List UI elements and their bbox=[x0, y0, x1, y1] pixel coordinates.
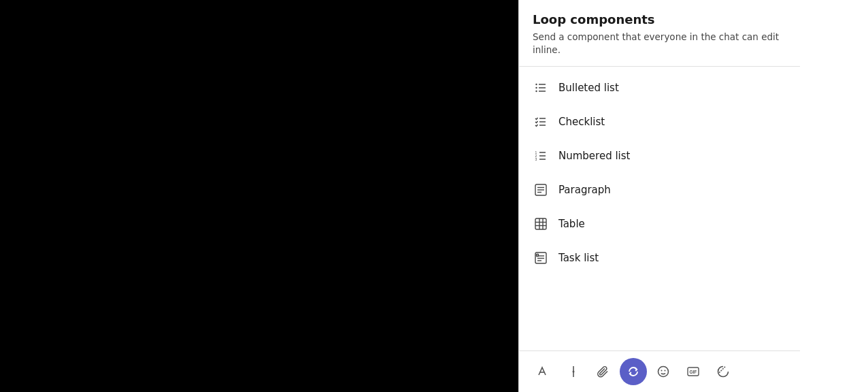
bulleted-list-label: Bulleted list bbox=[558, 82, 619, 94]
svg-text:GIF: GIF bbox=[690, 370, 697, 374]
sticker-button[interactable] bbox=[710, 358, 737, 385]
panel-title: Loop components bbox=[533, 12, 786, 27]
svg-rect-28 bbox=[537, 254, 539, 256]
gif-button[interactable]: GIF bbox=[680, 358, 707, 385]
toolbar: GIF bbox=[519, 350, 800, 392]
emoji-icon bbox=[656, 365, 670, 378]
format-icon bbox=[537, 365, 550, 378]
task-list-icon bbox=[533, 250, 549, 266]
svg-point-32 bbox=[658, 367, 669, 377]
checklist-label: Checklist bbox=[558, 116, 605, 128]
audio-icon bbox=[567, 365, 580, 378]
menu-item-bulleted-list[interactable]: Bulleted list bbox=[519, 71, 800, 105]
svg-point-1 bbox=[535, 87, 537, 88]
gif-icon: GIF bbox=[686, 365, 700, 378]
paragraph-label: Paragraph bbox=[558, 184, 611, 196]
loop-icon bbox=[627, 365, 640, 378]
numbered-list-icon: 1 2 3 bbox=[533, 148, 549, 164]
svg-text:3: 3 bbox=[535, 157, 537, 161]
attach-icon bbox=[597, 365, 610, 378]
svg-point-2 bbox=[535, 91, 537, 92]
sticker-icon bbox=[716, 365, 730, 378]
menu-item-numbered-list[interactable]: 1 2 3 Numbered list bbox=[519, 139, 800, 173]
format-button[interactable] bbox=[530, 358, 557, 385]
table-icon bbox=[533, 216, 549, 232]
panel-header: Loop components Send a component that ev… bbox=[519, 0, 800, 67]
task-list-label: Task list bbox=[558, 252, 599, 264]
paragraph-icon bbox=[533, 182, 549, 198]
bulleted-list-icon bbox=[533, 80, 549, 96]
loop-button[interactable] bbox=[620, 358, 647, 385]
table-label: Table bbox=[558, 218, 585, 230]
checklist-icon bbox=[533, 114, 549, 130]
emoji-button[interactable] bbox=[650, 358, 677, 385]
menu-item-checklist[interactable]: Checklist bbox=[519, 105, 800, 139]
svg-point-31 bbox=[573, 371, 575, 373]
svg-point-33 bbox=[661, 370, 663, 372]
background-area bbox=[0, 0, 518, 392]
panel-subtitle: Send a component that everyone in the ch… bbox=[533, 31, 786, 56]
menu-item-task-list[interactable]: Task list bbox=[519, 241, 800, 275]
audio-button[interactable] bbox=[560, 358, 587, 385]
menu-item-table[interactable]: Table bbox=[519, 207, 800, 241]
menu-item-paragraph[interactable]: Paragraph bbox=[519, 173, 800, 207]
menu-list: Bulleted list Checklist 1 2 bbox=[519, 67, 800, 350]
svg-rect-19 bbox=[535, 218, 546, 229]
svg-point-0 bbox=[535, 84, 537, 85]
numbered-list-label: Numbered list bbox=[558, 150, 630, 162]
loop-components-panel: Loop components Send a component that ev… bbox=[518, 0, 800, 392]
svg-point-34 bbox=[665, 370, 666, 372]
attach-button[interactable] bbox=[590, 358, 617, 385]
